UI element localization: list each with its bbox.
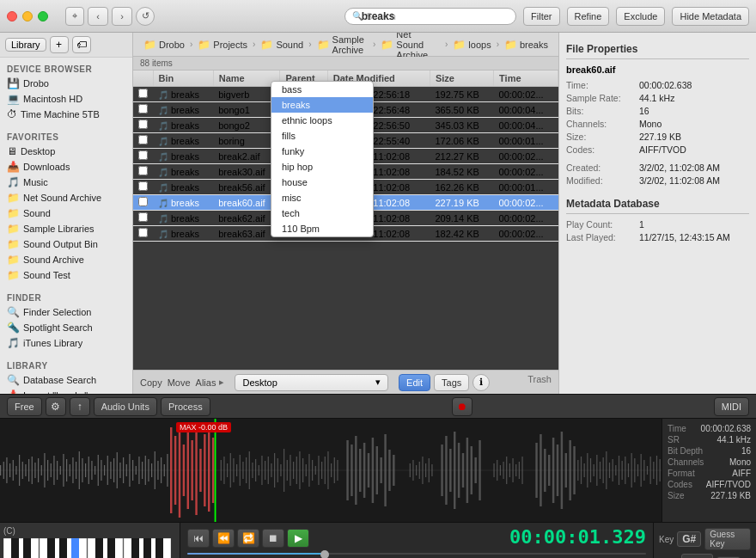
free-button[interactable]: Free xyxy=(7,397,42,416)
record-button[interactable]: ⏺ xyxy=(452,397,472,416)
sidebar-item-music[interactable]: 🎵 Music xyxy=(0,175,132,190)
waveform-main[interactable]: MAX -0.00 dB xyxy=(0,419,662,522)
row-checkbox[interactable] xyxy=(133,149,153,164)
midi-button[interactable]: MIDI xyxy=(714,397,749,416)
maximize-button[interactable] xyxy=(38,11,48,21)
progress-thumb[interactable] xyxy=(320,550,329,558)
breadcrumb-sound[interactable]: 📁 Sound xyxy=(257,38,307,52)
row-checkbox[interactable] xyxy=(133,102,153,118)
row-checkbox[interactable] xyxy=(133,211,153,226)
process-button[interactable]: Process xyxy=(161,397,210,416)
forward-button[interactable]: › xyxy=(112,7,132,26)
exclude-button[interactable]: Exclude xyxy=(616,7,665,26)
row-checkbox[interactable] xyxy=(133,118,153,133)
breadcrumb-loops[interactable]: 📁 loops xyxy=(449,38,494,52)
svg-rect-70 xyxy=(227,463,228,477)
sidebar-item-macintosh-hd[interactable]: 💻 Macintosh HD xyxy=(0,91,132,107)
sidebar-item-itunes-library[interactable]: 🎵 iTunes Library xyxy=(0,335,132,351)
sidebar-item-sound-archive[interactable]: 📁 Sound Archive xyxy=(0,252,132,267)
progress-bar[interactable] xyxy=(187,553,646,555)
wf-format-label: Format xyxy=(668,469,695,478)
prop-size-value: 227.19 KB xyxy=(639,132,681,142)
add-sidebar-button[interactable]: + xyxy=(50,36,69,53)
dropdown-item-funky[interactable]: funky xyxy=(271,144,373,159)
breadcrumb-breaks[interactable]: 📁 breaks xyxy=(501,38,552,52)
favorites-title: FAVORITES xyxy=(0,129,132,144)
breadcrumb-drobo[interactable]: 📁 Drobo xyxy=(140,38,188,52)
row-checkbox[interactable] xyxy=(133,133,153,149)
sidebar-item-sound[interactable]: 📁 Sound xyxy=(0,205,132,221)
alias-button[interactable]: Alias xyxy=(196,377,216,388)
row-checkbox[interactable] xyxy=(133,164,153,180)
col-bin[interactable]: Bin xyxy=(153,71,213,87)
svg-rect-37 xyxy=(110,462,111,479)
svg-rect-61 xyxy=(191,440,192,500)
filter-button[interactable]: Filter xyxy=(523,7,559,26)
tags-button[interactable]: Tags xyxy=(434,374,469,391)
dropdown-item-hip-hop[interactable]: hip hop xyxy=(271,159,373,175)
info-button[interactable]: ℹ xyxy=(472,374,490,391)
move-button[interactable]: Move xyxy=(168,377,191,388)
row-checkbox[interactable] xyxy=(133,87,153,102)
library-dropdown[interactable]: Library xyxy=(5,38,46,52)
stop-button[interactable]: ⏹ xyxy=(262,529,284,548)
tag-sidebar-button[interactable]: 🏷 xyxy=(72,36,91,53)
guess-key-button[interactable]: Guess Key xyxy=(704,528,751,550)
refresh-button[interactable]: ↺ xyxy=(136,7,155,26)
dropdown-item-bass[interactable]: bass xyxy=(271,82,373,97)
file-count: 88 items xyxy=(140,58,173,68)
sidebar-item-downloads[interactable]: 📥 Downloads xyxy=(0,159,132,175)
share-button[interactable]: ↑ xyxy=(70,397,90,416)
wf-sr: SR 44.1 kHz xyxy=(668,435,751,445)
dropdown-item-tech[interactable]: tech xyxy=(271,205,373,221)
sidebar-item-finder-selection[interactable]: 🔍 Finder Selection xyxy=(0,304,132,320)
dropdown-item-breaks[interactable]: breaks xyxy=(271,97,373,113)
svg-rect-93 xyxy=(299,451,300,489)
row-checkbox[interactable] xyxy=(133,180,153,195)
dropdown-item-misc[interactable]: misc xyxy=(271,190,373,205)
row-size: 182.42 KB xyxy=(430,226,493,242)
hide-metadata-button[interactable]: Hide Metadata xyxy=(672,7,749,26)
loop-button[interactable]: 🔁 xyxy=(237,529,259,548)
breadcrumb-sample-archive[interactable]: 📁 Sample Archive xyxy=(314,34,371,56)
close-button[interactable] xyxy=(7,11,17,21)
sidebar-item-desktop[interactable]: 🖥 Desktop xyxy=(0,144,132,159)
minimize-button[interactable] xyxy=(22,11,33,21)
col-size[interactable]: Size xyxy=(430,71,493,87)
audio-units-button[interactable]: Audio Units xyxy=(94,397,157,416)
row-checkbox[interactable] xyxy=(133,195,153,211)
sidebar-item-spotlight-search[interactable]: 🔦 Spotlight Search xyxy=(0,320,132,335)
bottom-arrow: ▸ xyxy=(219,377,224,388)
breadcrumb-projects[interactable]: 📁 Projects xyxy=(194,38,251,52)
sidebar-item-sound-test[interactable]: 📁 Sound Test xyxy=(0,267,132,283)
dropdown-item-fills[interactable]: fills xyxy=(271,128,373,144)
sidebar-item-drobo[interactable]: 💾 Drobo xyxy=(0,76,132,91)
dropdown-item-house[interactable]: house xyxy=(271,175,373,190)
play-button[interactable]: ▶ xyxy=(287,529,309,548)
row-checkbox[interactable] xyxy=(133,226,153,242)
dropdown-item-ethnic-loops[interactable]: ethnic loops xyxy=(271,113,373,128)
meta-play-count-label: Play Count: xyxy=(566,219,639,230)
back-button[interactable]: ‹ xyxy=(88,7,108,26)
meta-last-played-label: Last Played: xyxy=(566,232,639,242)
refine-button[interactable]: Refine xyxy=(567,7,610,26)
rewind-button[interactable]: ⏪ xyxy=(212,529,235,548)
sidebar-item-time-machine[interactable]: ⏱ Time Machine 5TB xyxy=(0,107,132,122)
dropdown-item-110-bpm[interactable]: 110 Bpm xyxy=(271,221,373,236)
sidebar-item-database-search[interactable]: 🔍 Database Search xyxy=(0,372,132,388)
settings-button[interactable]: ⚙ xyxy=(46,397,66,416)
svg-rect-177 xyxy=(643,460,644,481)
sidebar-item-net-sound-archive[interactable]: 📁 Net Sound Archive xyxy=(0,190,132,205)
sidebar-item-sample-libraries[interactable]: 📁 Sample Libraries xyxy=(0,221,132,236)
bookmark-button[interactable]: ⌖ xyxy=(65,7,84,26)
skip-start-button[interactable]: ⏮ xyxy=(187,529,210,548)
sidebar-item-sound-output-bin[interactable]: 📁 Sound Output Bin xyxy=(0,236,132,252)
col-time[interactable]: Time xyxy=(494,71,558,87)
breadcrumb-sound-icon: 📁 xyxy=(260,39,273,51)
svg-rect-204 xyxy=(131,538,139,558)
edit-button[interactable]: Edit xyxy=(399,374,430,391)
destination-dropdown[interactable]: Desktop ▾ xyxy=(235,374,388,391)
piano-keys[interactable] xyxy=(0,523,180,558)
copy-button[interactable]: Copy xyxy=(140,377,162,388)
sidebar-item-import-breaks[interactable]: 📥 Import "breaks" xyxy=(0,388,132,394)
